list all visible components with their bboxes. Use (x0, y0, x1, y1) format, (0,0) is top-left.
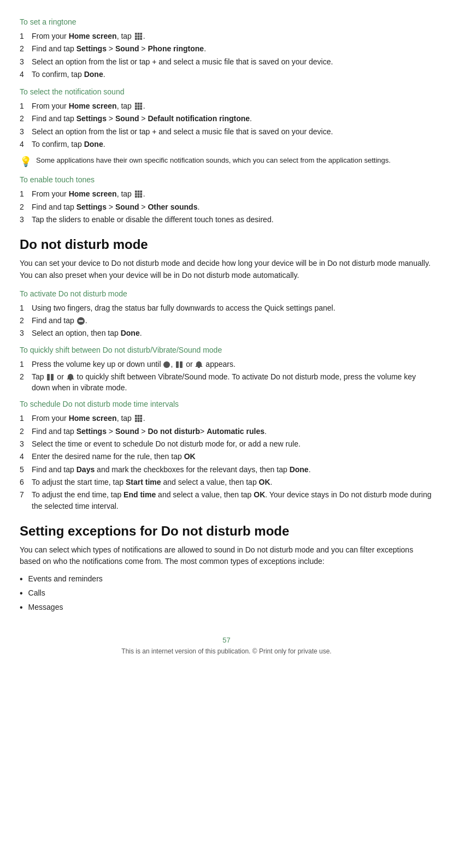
svg-rect-19 (137, 191, 139, 193)
section-title-activate-dnd: To activate Do not disturb mode (20, 289, 433, 298)
svg-rect-18 (135, 191, 137, 193)
step-3: 3 Select an option from the list or tap … (20, 126, 433, 137)
step-5: 5 Find and tap Days and mark the checkbo… (20, 464, 433, 475)
page-number: 57 (20, 636, 433, 644)
svg-rect-44 (140, 420, 142, 423)
svg-rect-21 (135, 193, 137, 195)
svg-rect-33 (47, 374, 50, 381)
tip-box: 💡 Some applications have their own speci… (20, 155, 433, 168)
tip-text: Some applications have their own specifi… (36, 155, 391, 166)
step-1: 1 Using two fingers, drag the status bar… (20, 302, 433, 313)
step-3: 3 Tap the sliders to enable or disable t… (20, 214, 433, 225)
step-4: 4 To confirm, tap Done. (20, 69, 433, 80)
step-2: 2 Find and tap Settings > Sound > Defaul… (20, 113, 433, 124)
step-2: 2 Find and tap Settings > Sound > Do not… (20, 426, 433, 437)
exceptions-list: Events and reminders Calls Messages (20, 573, 433, 614)
svg-point-29 (163, 361, 170, 368)
svg-rect-16 (137, 108, 139, 110)
section-do-not-disturb: Do not disturb mode You can set your dev… (20, 237, 433, 512)
svg-rect-32 (198, 367, 200, 368)
step-6: 6 To adjust the start time, tap Start ti… (20, 477, 433, 487)
svg-rect-39 (135, 418, 137, 420)
step-1: 1 From your Home screen, tap . (20, 413, 433, 424)
svg-rect-5 (140, 35, 142, 37)
step-2: 2 Tap or to quickly shift between Vibrat… (20, 371, 433, 394)
svg-rect-3 (135, 35, 137, 37)
section-setting-exceptions: Setting exceptions for Do not disturb mo… (20, 524, 433, 614)
svg-rect-35 (69, 379, 72, 381)
svg-rect-40 (137, 418, 139, 420)
step-2: 2 Find and tap . (20, 315, 433, 326)
steps-activate-dnd: 1 Using two fingers, drag the status bar… (20, 302, 433, 339)
svg-rect-10 (137, 103, 139, 105)
step-1: 1 From your Home screen, tap . (20, 31, 433, 41)
svg-rect-12 (135, 105, 137, 108)
svg-rect-7 (137, 38, 139, 40)
section-touch-tones: To enable touch tones 1 From your Home s… (20, 175, 433, 225)
step-1: 1 From your Home screen, tap . (20, 188, 433, 199)
steps-quick-shift: 1 Press the volume key up or down until … (20, 359, 433, 394)
step-3: 3 Select an option from the list or tap … (20, 56, 433, 67)
svg-rect-9 (135, 103, 137, 105)
svg-rect-38 (140, 415, 142, 417)
svg-rect-2 (140, 33, 142, 35)
svg-rect-43 (137, 420, 139, 423)
svg-rect-8 (140, 38, 142, 40)
section-title-quick-shift: To quickly shift between Do not disturb/… (20, 346, 433, 354)
step-1: 1 From your Home screen, tap . (20, 100, 433, 111)
step-4: 4 To confirm, tap Done. (20, 139, 433, 150)
step-3: 3 Select the time or event to schedule D… (20, 438, 433, 449)
svg-rect-25 (137, 195, 139, 198)
svg-rect-41 (140, 418, 142, 420)
svg-rect-13 (137, 105, 139, 108)
svg-rect-34 (51, 374, 54, 381)
section-notification-sound: To select the notification sound 1 From … (20, 87, 433, 168)
svg-rect-11 (140, 103, 142, 105)
step-4: 4 Enter the desired name for the rule, t… (20, 451, 433, 462)
svg-rect-30 (176, 361, 179, 368)
steps-set-ringtone: 1 From your Home screen, tap . 2 Find an… (20, 31, 433, 80)
exceptions-main-title: Setting exceptions for Do not disturb mo… (20, 524, 433, 539)
bullet-calls: Calls (20, 587, 433, 600)
step-7: 7 To adjust the end time, tap End time a… (20, 489, 433, 512)
svg-rect-0 (135, 33, 137, 35)
bullet-events: Events and reminders (20, 573, 433, 586)
tip-icon: 💡 (20, 156, 32, 168)
steps-notification-sound: 1 From your Home screen, tap . 2 Find an… (20, 100, 433, 150)
svg-rect-1 (137, 33, 139, 35)
svg-rect-37 (137, 415, 139, 417)
section-title-schedule-dnd: To schedule Do not disturb mode time int… (20, 400, 433, 408)
svg-rect-31 (180, 361, 183, 368)
svg-rect-36 (135, 415, 137, 417)
steps-schedule-dnd: 1 From your Home screen, tap . 2 Find an… (20, 413, 433, 511)
footer: 57 This is an internet version of this p… (20, 636, 433, 655)
svg-rect-17 (140, 108, 142, 110)
svg-rect-6 (135, 38, 137, 40)
section-title-notification-sound: To select the notification sound (20, 87, 433, 96)
svg-rect-14 (140, 105, 142, 108)
section-set-ringtone: To set a ringtone 1 From your Home scree… (20, 17, 433, 80)
svg-rect-26 (140, 195, 142, 198)
dnd-intro: You can set your device to Do not distur… (20, 258, 433, 281)
section-title-touch-tones: To enable touch tones (20, 175, 433, 184)
footer-note: This is an internet version of this publ… (20, 647, 433, 655)
svg-rect-23 (140, 193, 142, 195)
step-1: 1 Press the volume key up or down until … (20, 359, 433, 370)
exceptions-intro: You can select which types of notificati… (20, 544, 433, 568)
svg-rect-20 (140, 191, 142, 193)
steps-touch-tones: 1 From your Home screen, tap . 2 Find an… (20, 188, 433, 225)
svg-rect-42 (135, 420, 137, 423)
step-2: 2 Find and tap Settings > Sound > Phone … (20, 43, 433, 54)
svg-rect-24 (135, 195, 137, 198)
dnd-main-title: Do not disturb mode (20, 237, 433, 252)
svg-rect-15 (135, 108, 137, 110)
svg-rect-4 (137, 35, 139, 37)
bullet-messages: Messages (20, 602, 433, 614)
step-3: 3 Select an option, then tap Done. (20, 328, 433, 338)
section-title-set-ringtone: To set a ringtone (20, 17, 433, 26)
svg-rect-22 (137, 193, 139, 195)
step-2: 2 Find and tap Settings > Sound > Other … (20, 201, 433, 212)
